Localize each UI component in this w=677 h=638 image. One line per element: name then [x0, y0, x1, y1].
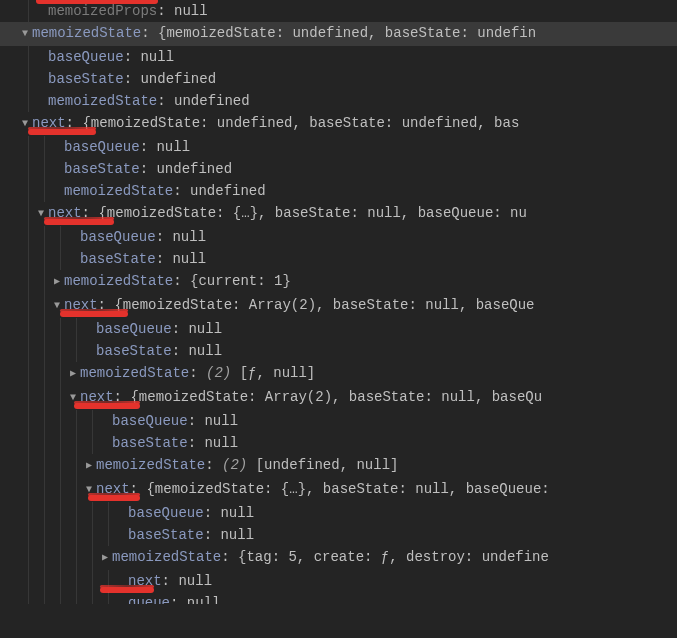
- property-value: null: [204, 435, 238, 451]
- tree-row[interactable]: baseState: null: [0, 248, 677, 270]
- property-key: baseQueue: [96, 321, 172, 337]
- colon: :: [172, 343, 189, 359]
- property-key: baseQueue: [80, 229, 156, 245]
- property-key: memoizedState: [64, 183, 173, 199]
- tree-row[interactable]: baseQueue: null: [0, 502, 677, 524]
- property-key: next: [96, 481, 130, 497]
- colon: :: [140, 161, 157, 177]
- property-value: [undefined, null]: [256, 457, 399, 473]
- property-key: baseQueue: [64, 139, 140, 155]
- colon: :: [162, 573, 179, 589]
- property-key: memoizedState: [48, 93, 157, 109]
- tree-row[interactable]: baseState: null: [0, 524, 677, 546]
- array-length-prefix: (2): [206, 365, 240, 381]
- tree-row[interactable]: baseQueue: null: [0, 46, 677, 68]
- property-value: {tag: 5, create: ƒ, destroy: undefine: [238, 549, 549, 565]
- colon: :: [124, 71, 141, 87]
- colon: :: [156, 251, 173, 267]
- tree-row[interactable]: queue: null: [0, 592, 677, 604]
- property-value: null: [187, 595, 221, 604]
- tree-row[interactable]: baseQueue: null: [0, 226, 677, 248]
- property-key: baseState: [64, 161, 140, 177]
- property-key: memoizedState: [80, 365, 189, 381]
- chevron-right-icon[interactable]: [68, 363, 78, 385]
- tree-row[interactable]: memoizedState: {current: 1}: [0, 270, 677, 294]
- chevron-down-icon[interactable]: [36, 203, 46, 225]
- property-key: baseState: [48, 71, 124, 87]
- chevron-down-icon[interactable]: [20, 23, 30, 45]
- colon: :: [172, 321, 189, 337]
- property-key: next: [32, 115, 66, 131]
- tree-row[interactable]: memoizedState: undefined: [0, 180, 677, 202]
- property-value: null: [188, 321, 222, 337]
- chevron-down-icon[interactable]: [84, 479, 94, 501]
- colon: :: [204, 505, 221, 521]
- chevron-right-icon[interactable]: [84, 455, 94, 477]
- property-value: null: [188, 343, 222, 359]
- tree-row[interactable]: baseQueue: null: [0, 136, 677, 158]
- property-value: {current: 1}: [190, 273, 291, 289]
- property-value: {memoizedState: Array(2), baseState: nul…: [114, 297, 534, 313]
- colon: :: [156, 229, 173, 245]
- property-key: memoizedProps: [48, 3, 157, 19]
- tree-row[interactable]: memoizedState: (2) [ƒ, null]: [0, 362, 677, 386]
- colon: :: [173, 183, 190, 199]
- tree-row[interactable]: next: null: [0, 570, 677, 592]
- property-value: null: [178, 573, 212, 589]
- property-key: baseQueue: [48, 49, 124, 65]
- property-value: null: [204, 413, 238, 429]
- chevron-right-icon[interactable]: [52, 271, 62, 293]
- tree-row[interactable]: baseState: null: [0, 432, 677, 454]
- tree-row[interactable]: baseQueue: null: [0, 410, 677, 432]
- colon: :: [188, 435, 205, 451]
- tree-row[interactable]: baseState: undefined: [0, 158, 677, 180]
- property-value: {memoizedState: Array(2), baseState: nul…: [130, 389, 542, 405]
- tree-row[interactable]: baseState: null: [0, 340, 677, 362]
- tree-row[interactable]: next: {memoizedState: Array(2), baseStat…: [0, 294, 677, 318]
- tree-row[interactable]: next: {memoizedState: {…}, baseState: nu…: [0, 478, 677, 502]
- colon: :: [170, 595, 187, 604]
- tree-row[interactable]: baseState: undefined: [0, 68, 677, 90]
- chevron-down-icon[interactable]: [68, 387, 78, 409]
- property-value: null: [220, 527, 254, 543]
- property-key: baseState: [80, 251, 156, 267]
- property-value: undefined: [156, 161, 232, 177]
- chevron-right-icon[interactable]: [100, 547, 110, 569]
- property-value: null: [156, 139, 190, 155]
- property-value: {memoizedState: undefined, baseState: un…: [82, 115, 519, 131]
- property-key: baseState: [112, 435, 188, 451]
- tree-row[interactable]: memoizedState: (2) [undefined, null]: [0, 454, 677, 478]
- tree-row[interactable]: next: {memoizedState: undefined, baseSta…: [0, 112, 677, 136]
- property-key: next: [80, 389, 114, 405]
- property-key: memoizedState: [64, 273, 173, 289]
- property-key: baseQueue: [128, 505, 204, 521]
- colon: :: [130, 481, 147, 497]
- property-value: [ƒ, null]: [240, 365, 316, 381]
- property-value: {memoizedState: undefined, baseState: un…: [158, 25, 536, 41]
- colon: :: [140, 139, 157, 155]
- tree-row[interactable]: next: {memoizedState: {…}, baseState: nu…: [0, 202, 677, 226]
- property-key: next: [128, 573, 162, 589]
- chevron-down-icon[interactable]: [52, 295, 62, 317]
- property-key: baseState: [96, 343, 172, 359]
- tree-row[interactable]: memoizedProps: null: [0, 0, 677, 22]
- property-key: baseState: [128, 527, 204, 543]
- colon: :: [188, 413, 205, 429]
- colon: :: [157, 93, 174, 109]
- chevron-down-icon[interactable]: [20, 113, 30, 135]
- property-key: next: [48, 205, 82, 221]
- property-value: undefined: [140, 71, 216, 87]
- tree-row[interactable]: memoizedState: {memoizedState: undefined…: [0, 22, 677, 46]
- colon: :: [189, 365, 206, 381]
- property-key: baseQueue: [112, 413, 188, 429]
- property-value: null: [174, 3, 208, 19]
- tree-row[interactable]: memoizedState: {tag: 5, create: ƒ, destr…: [0, 546, 677, 570]
- tree-row[interactable]: memoizedState: undefined: [0, 90, 677, 112]
- property-value: null: [220, 505, 254, 521]
- tree-row[interactable]: baseQueue: null: [0, 318, 677, 340]
- colon: :: [204, 527, 221, 543]
- property-key: queue: [128, 595, 170, 604]
- property-key: memoizedState: [96, 457, 205, 473]
- colon: :: [157, 3, 174, 19]
- tree-row[interactable]: next: {memoizedState: Array(2), baseStat…: [0, 386, 677, 410]
